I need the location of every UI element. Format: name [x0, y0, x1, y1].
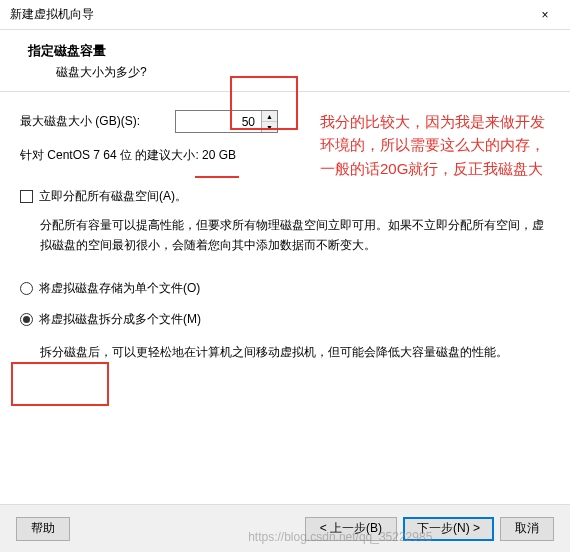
help-button[interactable]: 帮助 [16, 517, 70, 541]
recommended-size: 针对 CentOS 7 64 位 的建议大小: 20 GB [20, 147, 550, 164]
allocate-description: 分配所有容量可以提高性能，但要求所有物理磁盘空间立即可用。如果不立即分配所有空间… [40, 215, 550, 256]
close-icon: × [541, 8, 548, 22]
disk-size-spinner[interactable]: ▲ ▼ [175, 110, 278, 133]
titlebar: 新建虚拟机向导 × [0, 0, 570, 30]
page-title: 指定磁盘容量 [28, 42, 542, 60]
allocate-checkbox-row[interactable]: 立即分配所有磁盘空间(A)。 [20, 188, 550, 205]
disk-size-row: 最大磁盘大小 (GB)(S): ▲ ▼ [20, 110, 550, 133]
single-file-radio-row[interactable]: 将虚拟磁盘存储为单个文件(O) [20, 280, 550, 297]
spinner-down-icon[interactable]: ▼ [262, 122, 277, 132]
disk-size-input[interactable] [176, 111, 261, 132]
allocate-label: 立即分配所有磁盘空间(A)。 [39, 188, 187, 205]
allocate-checkbox[interactable] [20, 190, 33, 203]
wizard-header: 指定磁盘容量 磁盘大小为多少? [0, 30, 570, 92]
button-bar: 帮助 < 上一步(B) 下一步(N) > 取消 [0, 504, 570, 552]
multi-file-description: 拆分磁盘后，可以更轻松地在计算机之间移动虚拟机，但可能会降低大容量磁盘的性能。 [40, 342, 550, 362]
multi-file-radio[interactable] [20, 313, 33, 326]
back-button[interactable]: < 上一步(B) [305, 517, 397, 541]
page-subtitle: 磁盘大小为多少? [56, 64, 542, 81]
single-file-label: 将虚拟磁盘存储为单个文件(O) [39, 280, 200, 297]
next-button[interactable]: 下一步(N) > [403, 517, 494, 541]
close-button[interactable]: × [530, 5, 560, 25]
window-title: 新建虚拟机向导 [10, 6, 94, 23]
spinner-buttons: ▲ ▼ [261, 111, 277, 132]
multi-file-label: 将虚拟磁盘拆分成多个文件(M) [39, 311, 201, 328]
spinner-up-icon[interactable]: ▲ [262, 111, 277, 122]
cancel-button[interactable]: 取消 [500, 517, 554, 541]
multi-file-radio-row[interactable]: 将虚拟磁盘拆分成多个文件(M) [20, 311, 550, 328]
disk-size-label: 最大磁盘大小 (GB)(S): [20, 113, 175, 130]
single-file-radio[interactable] [20, 282, 33, 295]
content-area: 最大磁盘大小 (GB)(S): ▲ ▼ 针对 CentOS 7 64 位 的建议… [0, 92, 570, 400]
